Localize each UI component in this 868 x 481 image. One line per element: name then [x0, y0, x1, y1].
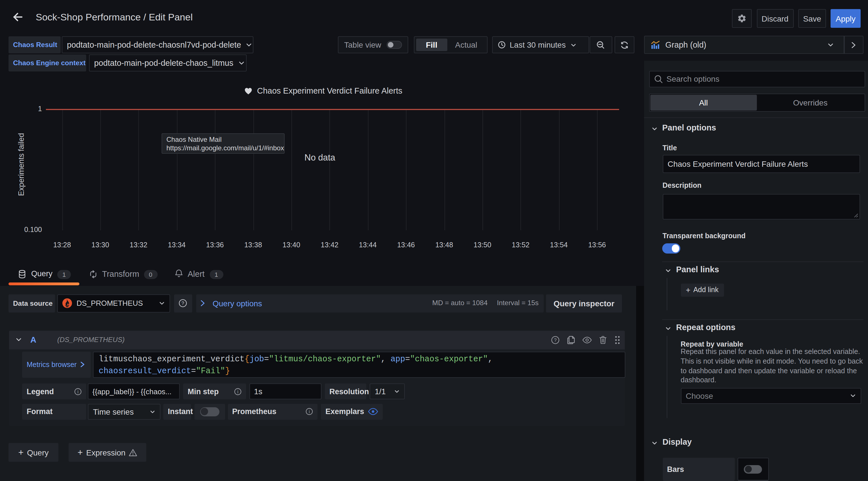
- svg-text:i: i: [237, 389, 239, 394]
- svg-text:i: i: [309, 409, 310, 414]
- svg-text:i: i: [78, 389, 79, 394]
- svg-text:?: ?: [182, 301, 184, 306]
- svg-text:?: ?: [554, 337, 556, 343]
